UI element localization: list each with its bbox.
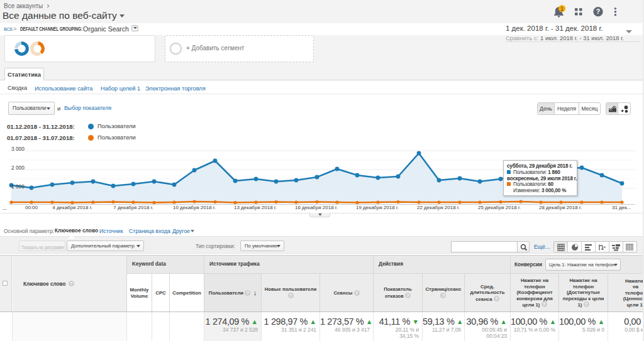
svg-text:?: ? [596, 8, 600, 15]
svg-text:1: 1 [560, 6, 564, 12]
